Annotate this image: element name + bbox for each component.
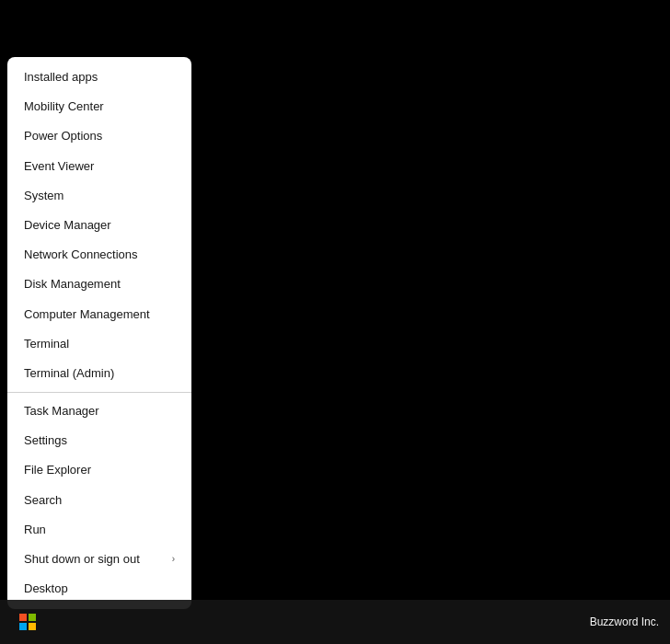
logo-square-4	[29, 623, 36, 630]
windows-logo-icon	[19, 614, 36, 630]
menu-item-run[interactable]: Run	[7, 515, 191, 545]
taskbar-right: Buzzword Inc.	[590, 615, 659, 628]
menu-item-terminal[interactable]: Terminal	[7, 329, 191, 359]
context-menu: Installed appsMobility CenterPower Optio…	[7, 57, 191, 609]
start-button[interactable]	[11, 605, 44, 638]
menu-item-mobility-center[interactable]: Mobility Center	[7, 92, 191, 121]
menu-item-shut-down-or-sign-out[interactable]: Shut down or sign out›	[7, 545, 191, 574]
menu-item-task-manager[interactable]: Task Manager	[7, 397, 191, 426]
menu-item-network-connections[interactable]: Network Connections	[7, 240, 191, 270]
menu-item-search[interactable]: Search	[7, 486, 191, 515]
desktop: Installed appsMobility CenterPower Optio…	[0, 0, 670, 644]
menu-item-device-manager[interactable]: Device Manager	[7, 211, 191, 240]
menu-item-terminal-admin[interactable]: Terminal (Admin)	[7, 359, 191, 388]
menu-item-settings[interactable]: Settings	[7, 426, 191, 455]
menu-item-power-options[interactable]: Power Options	[7, 121, 191, 151]
menu-item-disk-management[interactable]: Disk Management	[7, 270, 191, 299]
menu-item-system[interactable]: System	[7, 181, 191, 211]
logo-square-3	[19, 623, 27, 630]
menu-item-computer-management[interactable]: Computer Management	[7, 300, 191, 329]
menu-item-label-shut-down-or-sign-out: Shut down or sign out	[24, 551, 140, 568]
logo-square-1	[19, 614, 27, 621]
menu-item-installed-apps[interactable]: Installed apps	[7, 63, 191, 92]
taskbar-left	[11, 605, 44, 638]
logo-square-2	[29, 614, 36, 621]
taskbar: Buzzword Inc.	[0, 600, 670, 644]
menu-divider	[7, 392, 191, 393]
menu-item-event-viewer[interactable]: Event Viewer	[7, 152, 191, 181]
company-name: Buzzword Inc.	[590, 615, 659, 628]
chevron-right-icon: ›	[172, 553, 175, 566]
menu-item-file-explorer[interactable]: File Explorer	[7, 455, 191, 485]
